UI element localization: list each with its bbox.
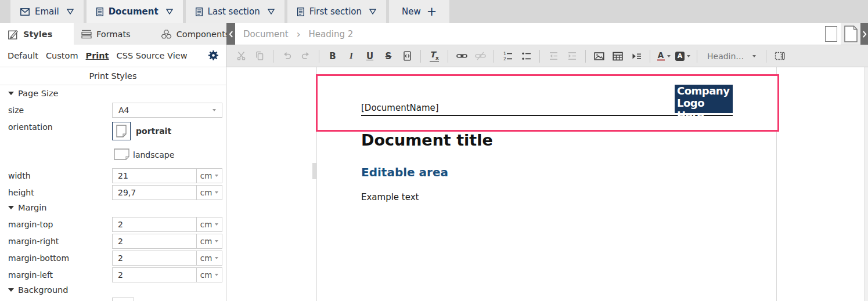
page-drag-handle[interactable]	[312, 163, 317, 179]
chevron-down-icon[interactable]	[67, 9, 74, 14]
page-break-icon	[632, 52, 642, 61]
decrease-indent-button[interactable]	[546, 49, 560, 64]
collapse-left-button[interactable]	[226, 23, 235, 45]
copy-icon	[255, 51, 265, 61]
size-select[interactable]: A4	[112, 103, 222, 118]
italic-button[interactable]: I	[344, 49, 358, 64]
outdent-icon	[549, 51, 559, 61]
landscape-option[interactable]	[114, 148, 129, 162]
show-blocks-button[interactable]	[773, 49, 787, 64]
section-margin[interactable]: Margin	[8, 203, 47, 212]
margin-right-unit-select[interactable]: cm	[196, 234, 222, 248]
toolbar-separator	[766, 50, 766, 63]
example-text[interactable]: Example text	[361, 192, 419, 202]
section-page-size[interactable]: Page Size	[8, 89, 58, 98]
insert-section-button[interactable]	[629, 49, 643, 64]
tab-label: Document	[109, 6, 159, 17]
landscape-label[interactable]: landscape	[133, 150, 174, 159]
height-input[interactable]	[113, 186, 196, 200]
margin-right-input[interactable]	[113, 234, 196, 248]
chevron-down-icon	[215, 274, 218, 276]
chevron-down-icon[interactable]	[268, 9, 275, 14]
settings-button[interactable]	[208, 50, 219, 63]
copy-button[interactable]	[253, 49, 266, 64]
chevron-left-icon	[229, 31, 233, 38]
insert-table-button[interactable]	[611, 49, 625, 64]
background-color-button[interactable]: A	[675, 49, 690, 64]
style-tab-custom[interactable]: Custom	[46, 51, 78, 60]
width-field: cm	[112, 168, 222, 183]
remove-format-button[interactable]: Tx	[427, 49, 441, 64]
margin-top-input[interactable]	[113, 217, 196, 231]
unlink-button[interactable]	[473, 49, 487, 64]
chevron-down-icon[interactable]	[369, 9, 376, 14]
margin-left-unit-select[interactable]: cm	[196, 268, 222, 282]
page-view-button[interactable]	[841, 23, 860, 45]
breadcrumb-item-document[interactable]: Document	[243, 29, 289, 39]
style-tab-print[interactable]: Print	[86, 51, 109, 60]
tab-first-section[interactable]: First section	[287, 0, 386, 23]
portrait-option[interactable]	[112, 122, 131, 140]
width-label: width	[8, 171, 31, 180]
source-snippet-button[interactable]	[400, 49, 414, 64]
collapse-right-button[interactable]	[860, 23, 868, 45]
insert-image-button[interactable]	[592, 49, 606, 64]
margin-bottom-input[interactable]	[113, 251, 196, 265]
full-view-button[interactable]	[821, 23, 841, 45]
width-unit-select[interactable]: cm	[196, 169, 222, 183]
components-icon	[161, 29, 172, 39]
redo-button[interactable]	[298, 49, 312, 64]
formats-label: Formats	[96, 30, 131, 39]
remove-format-icon: Tx	[430, 50, 438, 62]
undo-button[interactable]	[280, 49, 294, 64]
height-unit-select[interactable]: cm	[196, 186, 222, 200]
formats-icon	[81, 30, 92, 39]
link-button[interactable]	[455, 49, 469, 64]
margin-left-input[interactable]	[113, 268, 196, 282]
vertical-scrollbar[interactable]	[864, 67, 868, 301]
tab-formats[interactable]: Formats	[81, 30, 131, 39]
breadcrumb-separator: ›	[297, 28, 301, 40]
margin-bottom-label: margin-bottom	[8, 253, 69, 263]
text-color-button[interactable]: A	[657, 49, 671, 64]
panel-title: Print Styles	[0, 67, 226, 85]
bulleted-list-button[interactable]	[519, 49, 533, 64]
tab-email[interactable]: Email	[10, 0, 84, 23]
bold-icon: B	[329, 51, 336, 61]
tab-last-section[interactable]: Last section	[186, 0, 284, 23]
document-canvas[interactable]: [DocumentName] Company Logo Here Documen…	[226, 67, 868, 301]
style-tab-css-source-view[interactable]: CSS Source View	[117, 51, 188, 60]
new-tab-button[interactable]: New +	[389, 0, 449, 23]
height-label: height	[8, 188, 34, 197]
bulleted-list-icon	[521, 51, 531, 61]
width-input[interactable]	[113, 169, 196, 183]
portrait-label[interactable]: portrait	[136, 126, 171, 136]
margin-top-unit-select[interactable]: cm	[196, 217, 222, 231]
margin-left-field: cm	[112, 267, 222, 282]
tab-components[interactable]: Components	[161, 29, 230, 39]
bold-button[interactable]: B	[326, 49, 340, 64]
tab-styles[interactable]: Styles	[0, 23, 74, 45]
margin-top-label: margin-top	[8, 220, 53, 229]
document-title[interactable]: Document title	[361, 131, 493, 149]
increase-indent-button[interactable]	[565, 49, 579, 64]
chevron-down-icon[interactable]	[166, 9, 173, 14]
undo-icon	[282, 52, 292, 60]
document-name-placeholder[interactable]: [DocumentName]	[361, 103, 439, 113]
style-tab-default[interactable]: Default	[8, 51, 38, 60]
background-color-field[interactable]	[112, 298, 134, 301]
paragraph-format-dropdown[interactable]: Headin…	[704, 49, 759, 64]
toolbar-separator	[273, 50, 273, 63]
editable-area-heading[interactable]: Editable area	[361, 165, 448, 179]
cut-button[interactable]	[234, 49, 248, 64]
tab-document[interactable]: Document	[87, 0, 183, 23]
strikethrough-button[interactable]: S	[381, 49, 395, 64]
company-logo[interactable]: Company Logo Here	[675, 85, 733, 113]
section-background[interactable]: Background	[8, 285, 69, 295]
paragraph-format-value: Headin…	[707, 52, 744, 61]
numbered-list-button[interactable]: 12	[500, 49, 514, 64]
underline-button[interactable]: U	[363, 49, 377, 64]
breadcrumb-item-heading2[interactable]: Heading 2	[309, 29, 354, 39]
pencil-icon	[8, 29, 19, 39]
margin-bottom-unit-select[interactable]: cm	[196, 251, 222, 265]
